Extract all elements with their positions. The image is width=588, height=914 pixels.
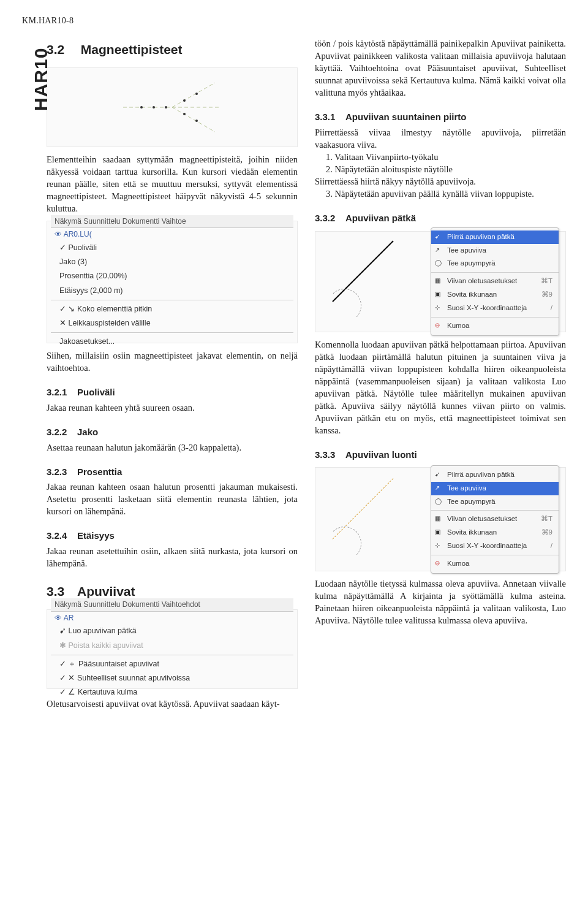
list-item-1: 1. Valitaan Viivanpiirto-työkalu — [315, 151, 566, 163]
para-bottom-cont: Oletusarvoisesti apuviivat ovat käytössä… — [47, 698, 298, 710]
right-column: töön / pois käytöstä näpäyttämällä paini… — [315, 37, 566, 710]
ctx-divider — [431, 555, 559, 555]
content-area: HAR10 3.2 Magneettipisteet Elementteihin… — [22, 37, 566, 710]
svg-point-9 — [195, 120, 198, 122]
para-3-2-4: Jakaa reunan asetettuihin osiin, alkaen … — [47, 545, 298, 569]
side-tab: HAR10 — [28, 48, 53, 111]
figure-magnet-angle — [47, 67, 298, 147]
ctx-item[interactable]: ▦Viivan oletusasetukset⌘T — [431, 512, 559, 526]
menu-item[interactable]: ＋ Pääsuuntaiset apuviivat — [51, 657, 168, 671]
heading-title: Magneettipisteet — [81, 42, 183, 56]
page-header: KM.HAR10-8 — [22, 15, 566, 26]
aro-label-1: 👁 AR0.LU( — [51, 228, 96, 241]
para-right-intro: töön / pois käytöstä näpäyttämällä paini… — [315, 37, 566, 99]
ctx-diagram — [322, 227, 423, 313]
ctx-item-hl[interactable]: ➹Piirrä apuviivan pätkä — [431, 230, 559, 244]
ctx-item[interactable]: ⊹Suosi X-Y -koordinaatteja/ — [431, 539, 559, 553]
menu-strip-2: Näkymä Suunnittelu Dokumentti Vaihtoehdo… — [51, 598, 293, 612]
ctx-item[interactable]: ▣Sovita ikkunaan⌘9 — [431, 526, 559, 539]
figure-menu-apuviivat: Näkymä Suunnittelu Dokumentti Vaihtoehdo… — [47, 609, 298, 689]
para-3-2-2: Asettaa reunaan halutun jakomäärän (3-20… — [47, 441, 298, 454]
svg-line-2 — [172, 107, 215, 132]
heading-3-2-2: 3.2.2Jako — [47, 426, 298, 439]
left-column: 3.2 Magneettipisteet Elementteihin saada… — [47, 37, 298, 710]
heading-3-2-4: 3.2.4Etäisyys — [47, 530, 298, 543]
context-menu: ➹Piirrä apuviivan pätkä ↗Tee apuviiva ◯T… — [431, 227, 559, 336]
svg-point-5 — [165, 106, 167, 109]
para-3-3-3: Luodaan näytölle tietyssä kulmassa oleva… — [315, 577, 566, 626]
menu-strip-1: Näkymä Suunnittelu Dokumentti Vaihtoe — [51, 215, 293, 229]
ctx-divider — [431, 510, 559, 511]
menu-item[interactable]: Jakoasetukset... — [51, 335, 123, 349]
ctx-item-hl[interactable]: ↗Tee apuviiva — [431, 482, 559, 495]
svg-point-3 — [140, 106, 143, 109]
para-3-3-2: Komennolla luodaan apuviivan pätkä helpo… — [315, 338, 566, 436]
menu-item[interactable]: Jako (3) — [51, 255, 96, 269]
heading-3-2: 3.2 Magneettipisteet — [47, 41, 298, 59]
ctx-item[interactable]: ▣Sovita ikkunaan⌘9 — [431, 288, 559, 302]
svg-point-8 — [183, 113, 186, 115]
svg-point-7 — [195, 93, 198, 95]
context-menu-2: ➹Piirrä apuviivan pätkä ↗Tee apuviiva ◯T… — [431, 465, 559, 574]
menu-item[interactable]: ➹ Luo apuviivan pätkä — [51, 624, 145, 638]
ctx-item[interactable]: ⊹Suosi X-Y -koordinaatteja/ — [431, 302, 559, 315]
svg-line-1 — [172, 83, 215, 107]
ctx-item[interactable]: ➹Piirrä apuviivan pätkä — [431, 468, 559, 482]
para-options-intro: Siihen, millaisiin osiin magneettipistee… — [47, 349, 298, 374]
svg-point-4 — [153, 106, 155, 109]
heading-3-3-3: 3.3.3Apuviivan luonti — [315, 449, 566, 462]
ctx-item[interactable]: ▦Viivan oletusasetukset⌘T — [431, 275, 559, 288]
menu-item[interactable]: Puoliväli — [51, 241, 105, 255]
para-3-3-1a: Piirrettäessä viivaa ilmestyy näytölle a… — [315, 126, 566, 151]
ctx-item[interactable]: ↗Tee apuviiva — [431, 244, 559, 257]
list-item-2: 2. Näpäytetään aloituspiste näytölle — [315, 163, 566, 175]
ctx-diagram-2 — [322, 465, 423, 551]
list-item-3: 3. Näpäytetään apuviivan päällä kynällä … — [315, 188, 566, 200]
ctx-item[interactable]: ◯Tee apuympyrä — [431, 257, 559, 270]
heading-3-3-2: 3.3.2Apuviivan pätkä — [315, 212, 566, 225]
menu-item[interactable]: ✕ Leikkauspisteiden välille — [51, 316, 159, 330]
ctx-divider — [431, 272, 559, 273]
figure-context-menu-1: ➹Piirrä apuviivan pätkä ↗Tee apuviiva ◯T… — [315, 231, 566, 332]
ctx-item[interactable]: ⊖Kumoa — [431, 319, 559, 333]
menu-item[interactable]: ✕ Suhteelliset suunnat apuviivoissa — [51, 671, 198, 685]
menu-item[interactable]: Etäisyys (2,000 m) — [51, 284, 132, 298]
menu-item[interactable]: ↘ Koko elementtiä pitkin — [51, 302, 160, 316]
menu-divider — [51, 332, 293, 333]
para-3-3-1b: Siirrettäessä hiirtä näkyy näytöllä apuv… — [315, 175, 566, 188]
angle-diagram-icon — [117, 74, 227, 141]
ctx-divider — [431, 317, 559, 318]
aro-label-2: 👁 AR — [51, 612, 77, 625]
para-3-2-1: Jakaa reunan kahteen yhtä suureen osaan. — [47, 402, 298, 414]
para-3-2-intro: Elementteihin saadaan syttymään magneett… — [47, 153, 298, 215]
menu-divider — [51, 655, 293, 655]
menu-divider — [51, 300, 293, 300]
menu-item[interactable]: ✱ Poista kaikki apuviivat — [51, 639, 152, 653]
figure-context-menu-2: ➹Piirrä apuviivan pätkä ↗Tee apuviiva ◯T… — [315, 467, 566, 571]
menu-item[interactable]: Prosenttia (20,00%) — [51, 269, 135, 283]
heading-3-2-3: 3.2.3Prosenttia — [47, 466, 298, 479]
two-columns: 3.2 Magneettipisteet Elementteihin saada… — [47, 37, 566, 710]
heading-3-2-1: 3.2.1Puoliväli — [47, 386, 298, 399]
para-3-2-3: Jakaa reunan kahteen osaan halutun prose… — [47, 481, 298, 517]
ctx-item[interactable]: ◯Tee apuympyrä — [431, 495, 559, 509]
ctx-item[interactable]: ⊖Kumoa — [431, 557, 559, 571]
heading-3-3-1: 3.3.1Apuviivan suuntainen piirto — [315, 111, 566, 124]
svg-point-6 — [183, 99, 186, 102]
figure-menu-magneettipisteet: Näkymä Suunnittelu Dokumentti Vaihtoe 👁 … — [47, 221, 298, 343]
